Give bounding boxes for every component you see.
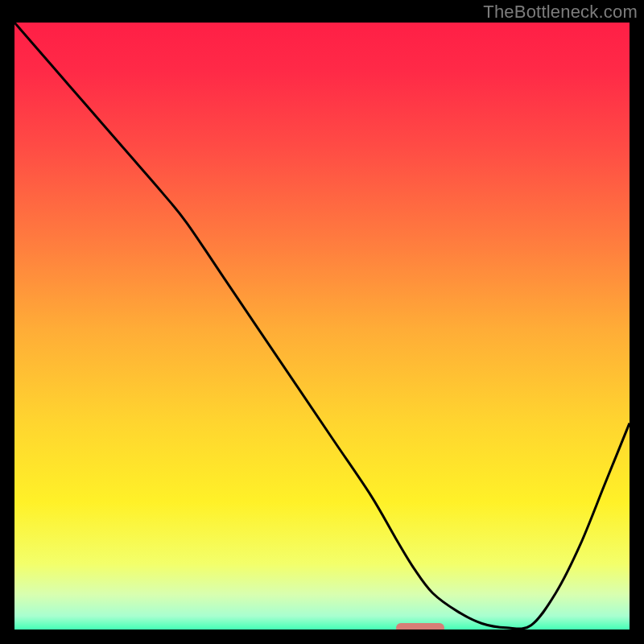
watermark-text: TheBottleneck.com xyxy=(483,2,638,23)
plot-area xyxy=(14,23,630,630)
chart-frame: TheBottleneck.com xyxy=(0,0,644,644)
line-plot xyxy=(14,23,630,630)
bottleneck-curve xyxy=(14,23,630,629)
minimum-marker xyxy=(396,623,444,630)
